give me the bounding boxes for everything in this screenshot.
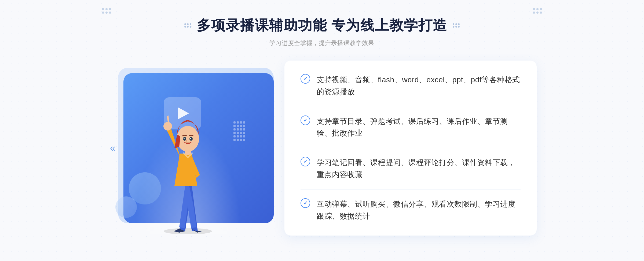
- svg-point-7: [190, 138, 191, 139]
- feature-text-3: 学习笔记回看、课程提问、课程评论打分、课件资料下载，重点内容收藏: [317, 157, 521, 181]
- illustration-wrapper: «: [107, 62, 290, 234]
- feature-item-1: ✓ 支持视频、音频、flash、word、excel、ppt、pdf等各种格式的…: [301, 74, 521, 107]
- feature-text-1: 支持视频、音频、flash、word、excel、ppt、pdf等各种格式的资源…: [317, 74, 521, 98]
- svg-point-5: [189, 137, 193, 141]
- left-decorator: [184, 23, 191, 28]
- check-mark-1: ✓: [303, 76, 308, 81]
- main-title: 多项录播课辅助功能 专为线上教学打造: [197, 16, 447, 35]
- title-row: 多项录播课辅助功能 专为线上教学打造: [184, 16, 460, 35]
- subtitle: 学习进度全掌握，提升录播课教学效果: [184, 39, 460, 47]
- check-icon-4: ✓: [301, 198, 310, 208]
- feature-item-4: ✓ 互动弹幕、试听购买、微信分享、观看次数限制、学习进度跟踪、数据统计: [301, 190, 521, 222]
- svg-point-0: [164, 228, 212, 234]
- deco-circle-small: [115, 196, 137, 218]
- header-section: 多项录播课辅助功能 专为线上教学打造 学习进度全掌握，提升录播课教学效果: [184, 16, 460, 47]
- check-mark-2: ✓: [303, 118, 308, 123]
- feature-item-3: ✓ 学习笔记回看、课程提问、课程评论打分、课件资料下载，重点内容收藏: [301, 148, 521, 190]
- features-panel: ✓ 支持视频、音频、flash、word、excel、ppt、pdf等各种格式的…: [284, 61, 537, 236]
- check-mark-4: ✓: [303, 201, 308, 206]
- page-container: 多项录播课辅助功能 专为线上教学打造 学习进度全掌握，提升录播课教学效果 «: [0, 0, 644, 261]
- check-icon-1: ✓: [301, 74, 310, 84]
- feature-text-2: 支持章节目录、弹题考试、课后练习、课后作业、章节测验、批改作业: [317, 115, 521, 140]
- content-section: «: [107, 61, 537, 236]
- check-icon-3: ✓: [301, 157, 310, 166]
- deco-stripes: [233, 121, 247, 146]
- svg-point-4: [183, 137, 186, 141]
- svg-point-6: [184, 138, 185, 139]
- feature-text-4: 互动弹幕、试听购买、微信分享、观看次数限制、学习进度跟踪、数据统计: [317, 198, 521, 222]
- figure-illustration: [150, 95, 225, 234]
- svg-point-1: [163, 122, 172, 130]
- check-icon-2: ✓: [301, 115, 310, 125]
- check-mark-3: ✓: [303, 159, 308, 164]
- feature-item-2: ✓ 支持章节目录、弹题考试、课后练习、课后作业、章节测验、批改作业: [301, 107, 521, 148]
- deco-dots-topright: [533, 8, 542, 14]
- right-decorator: [453, 23, 460, 28]
- left-chevrons-icon: «: [110, 143, 115, 153]
- deco-dots-topleft: [102, 8, 111, 14]
